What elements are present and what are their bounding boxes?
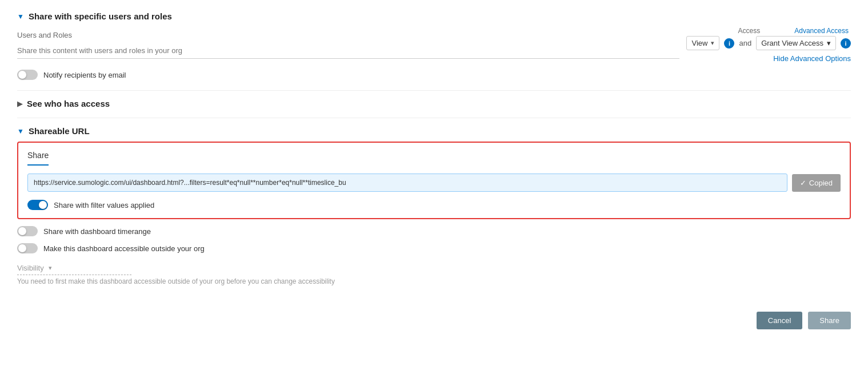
- footer-row: Cancel Share: [17, 303, 851, 329]
- shareable-chevron-down-icon: ▼: [17, 127, 24, 135]
- see-who-header[interactable]: ▶ See who has access: [17, 99, 851, 108]
- shareable-url-section: ▼ Shareable URL Share ✓ Copied Share wit…: [17, 126, 851, 285]
- timerange-toggle-thumb: [18, 227, 26, 235]
- visibility-placeholder: Visibility: [17, 264, 44, 272]
- outside-org-label: Make this dashboard accessible outside y…: [43, 244, 205, 253]
- and-text: and: [739, 39, 751, 47]
- advanced-access-value: Grant View Access: [761, 39, 823, 47]
- access-controls: Access Advanced Access View ▾ i and Gran…: [686, 27, 851, 63]
- notify-row: Notify recipients by email: [17, 70, 851, 80]
- filter-values-row: Share with filter values applied: [27, 200, 841, 210]
- shareable-url-input[interactable]: [27, 174, 787, 192]
- visibility-chevron-icon: ▾: [49, 264, 52, 272]
- check-icon: ✓: [800, 179, 806, 187]
- advanced-access-select[interactable]: Grant View Access ▾: [756, 36, 836, 50]
- outside-org-toggle-thumb: [18, 244, 26, 252]
- filter-values-toggle[interactable]: [27, 200, 48, 210]
- timerange-toggle-track[interactable]: [17, 226, 38, 236]
- access-label: Access: [738, 27, 761, 35]
- users-roles-row: Users and Roles Access Advanced Access V…: [17, 27, 851, 63]
- visibility-select[interactable]: Visibility ▾: [17, 261, 131, 275]
- notify-label: Notify recipients by email: [43, 71, 126, 79]
- share-tab[interactable]: Share: [27, 151, 49, 166]
- access-chevron-icon: ▾: [711, 39, 714, 47]
- share-specific-header[interactable]: ▼ Share with specific users and roles: [17, 11, 851, 21]
- filter-values-label: Share with filter values applied: [54, 201, 154, 209]
- share-specific-section: ▼ Share with specific users and roles Us…: [17, 11, 851, 80]
- access-top-row: View ▾ i and Grant View Access ▾ i: [686, 36, 851, 50]
- chevron-right-icon: ▶: [17, 100, 22, 108]
- divider-2: [17, 118, 851, 118]
- timerange-row: Share with dashboard timerange: [17, 226, 851, 236]
- url-copy-row: ✓ Copied: [27, 174, 841, 192]
- notify-toggle-thumb: [18, 71, 26, 79]
- share-url-box: Share ✓ Copied Share with filter values …: [17, 142, 851, 219]
- access-value: View: [691, 39, 707, 47]
- users-input-wrapper: Users and Roles: [17, 31, 679, 59]
- advanced-access-info-icon[interactable]: i: [841, 38, 851, 49]
- copied-button[interactable]: ✓ Copied: [792, 174, 841, 192]
- share-specific-title: Share with specific users and roles: [29, 11, 172, 21]
- share-button[interactable]: Share: [808, 312, 851, 329]
- see-who-title: See who has access: [27, 99, 110, 108]
- see-who-section: ▶ See who has access: [17, 99, 851, 108]
- timerange-toggle[interactable]: [17, 226, 38, 236]
- users-roles-label: Users and Roles: [17, 31, 679, 39]
- cancel-button[interactable]: Cancel: [757, 312, 802, 329]
- timerange-label: Share with dashboard timerange: [43, 227, 151, 236]
- advanced-access-label: Advanced Access: [794, 27, 849, 35]
- divider-1: [17, 90, 851, 91]
- access-select[interactable]: View ▾: [686, 36, 719, 50]
- outside-org-row: Make this dashboard accessible outside y…: [17, 243, 851, 253]
- notify-toggle-track[interactable]: [17, 70, 38, 80]
- outside-org-toggle[interactable]: [17, 243, 38, 253]
- visibility-section: Visibility ▾ You need to first make this…: [17, 261, 851, 285]
- chevron-down-icon: ▼: [17, 13, 24, 21]
- notify-toggle[interactable]: [17, 70, 38, 80]
- shareable-url-header[interactable]: ▼ Shareable URL: [17, 126, 851, 136]
- visibility-hint: You need to first make this dashboard ac…: [17, 277, 851, 285]
- shareable-url-title: Shareable URL: [29, 126, 90, 136]
- access-info-icon[interactable]: i: [724, 38, 734, 49]
- outside-org-toggle-track[interactable]: [17, 243, 38, 253]
- copied-label: Copied: [809, 179, 833, 187]
- advanced-access-chevron-icon: ▾: [827, 39, 831, 47]
- users-roles-input[interactable]: [17, 43, 679, 59]
- access-labels-row: Access Advanced Access: [738, 27, 851, 35]
- filter-values-toggle-track[interactable]: [27, 200, 48, 210]
- filter-values-toggle-thumb: [39, 201, 47, 209]
- hide-advanced-link[interactable]: Hide Advanced Options: [773, 54, 851, 63]
